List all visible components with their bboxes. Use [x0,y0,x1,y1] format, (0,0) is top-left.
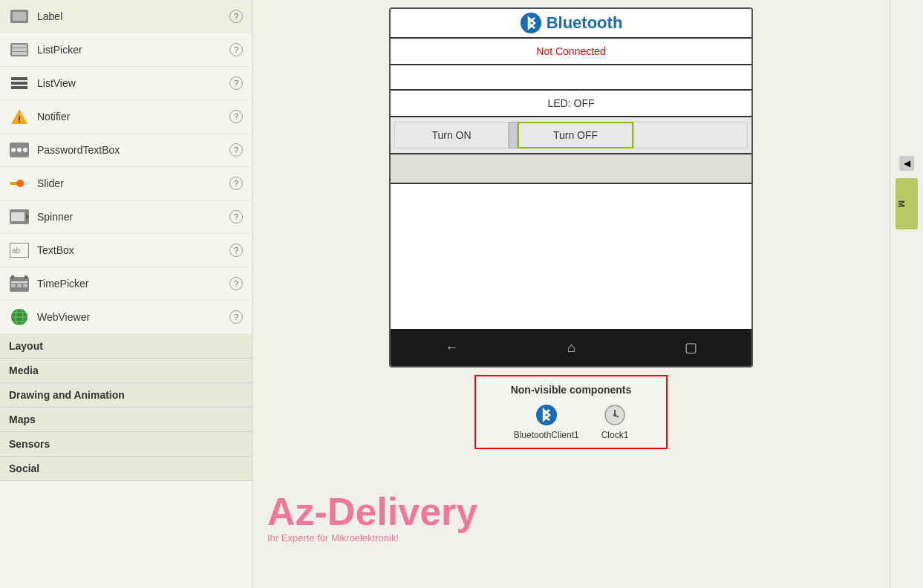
sidebar-help-webviewer[interactable]: ? [229,310,243,324]
sidebar-item-spinner[interactable]: Spinner ? [0,200,252,234]
svg-point-32 [521,13,541,33]
not-connected-label: Not Connected [391,39,751,65]
bluetooth-header: Bluetooth [391,9,751,39]
svg-rect-5 [12,52,27,55]
right-panel-m-button[interactable]: M [896,178,918,229]
svg-rect-3 [12,45,27,48]
svg-point-11 [23,148,27,152]
section-media[interactable]: Media [0,359,252,383]
bluetooth-logo: Bluetooth [520,12,623,34]
section-drawing[interactable]: Drawing and Animation [0,383,252,408]
clock-component-icon [603,403,627,427]
section-sensors[interactable]: Sensors [0,432,252,457]
svg-point-14 [16,180,24,187]
sidebar-label-slider: Slider [37,177,229,189]
svg-point-10 [17,148,22,152]
sidebar-item-timepicker[interactable]: TimePicker ? [0,267,252,301]
white-content-area [391,184,751,329]
sidebar-help-timepicker[interactable]: ? [229,277,243,290]
right-panel-collapse-arrow[interactable]: ◀ [899,156,914,171]
svg-rect-24 [11,284,16,287]
section-maps[interactable]: Maps [0,408,252,432]
notifier-icon: ! [9,106,30,127]
sidebar-label-webviewer: WebViewer [37,311,229,323]
section-social[interactable]: Social [0,457,252,481]
sidebar-help-listpicker[interactable]: ? [229,43,243,56]
sidebar-help-listview[interactable]: ? [229,76,243,90]
sidebar-help-passwordtextbox[interactable]: ? [229,143,243,157]
watermark-main: Az-Delivery [267,492,477,531]
spinner-icon [9,206,30,227]
phone-nav-bar: ← ⌂ ▢ [391,329,751,366]
button-right-empty [633,122,748,148]
textbox-icon: ab [9,240,30,261]
listpicker-icon [9,39,30,60]
button-separator [509,122,518,148]
watermark-sub: Ihr Experte für Mikroelektronik! [267,532,477,543]
main-content: Bluetooth Not Connected LED: OFF Turn ON… [252,0,890,588]
sidebar-item-listview[interactable]: ListView ? [0,67,252,100]
webviewer-icon [9,307,30,327]
sidebar-item-listpicker[interactable]: ListPicker ? [0,33,252,67]
svg-rect-25 [17,284,22,287]
bluetooth-title: Bluetooth [547,13,623,33]
sidebar-label-listpicker: ListPicker [37,44,229,56]
nav-recent-icon[interactable]: ▢ [685,339,697,356]
sidebar-label-spinner: Spinner [37,211,229,223]
sidebar: Label ? ListPicker ? ListView ? [0,0,252,588]
sidebar-help-textbox[interactable]: ? [229,244,243,257]
section-layout[interactable]: Layout [0,334,252,359]
non-visible-clock[interactable]: Clock1 [601,403,629,440]
svg-point-9 [11,148,16,152]
svg-text:!: ! [18,114,21,125]
sidebar-item-notifier[interactable]: ! Notifier ? [0,100,252,134]
right-panel: ◀ M [890,0,923,588]
turn-on-button[interactable]: Turn ON [394,122,509,148]
sidebar-item-webviewer[interactable]: WebViewer ? [0,301,252,334]
bluetooth-component-label: BluetoothClient1 [514,430,579,440]
svg-rect-26 [23,284,27,287]
sidebar-item-textbox[interactable]: ab TextBox ? [0,234,252,267]
sidebar-help-spinner[interactable]: ? [229,210,243,223]
slider-icon [9,173,30,194]
svg-text:ab: ab [12,246,21,255]
password-icon [9,140,30,160]
watermark: Az-Delivery Ihr Experte für Mikroelektro… [267,492,477,543]
non-visible-title: Non-visible components [491,384,651,396]
nav-home-icon[interactable]: ⌂ [567,340,575,356]
listview-icon [9,73,30,94]
sidebar-label-passwordtextbox: PasswordTextBox [37,144,229,156]
svg-point-37 [613,414,616,416]
clock-component-label: Clock1 [601,430,629,440]
non-visible-bluetooth[interactable]: BluetoothClient1 [514,403,579,440]
non-visible-section: Non-visible components BluetoothClient1 [474,375,668,449]
svg-point-33 [536,405,557,425]
sidebar-help-label[interactable]: ? [229,10,243,23]
sidebar-label-textbox: TextBox [37,244,229,256]
sidebar-item-label[interactable]: Label ? [0,0,252,33]
sidebar-label-notifier: Notifier [37,111,229,122]
phone-screen: Bluetooth Not Connected LED: OFF Turn ON… [391,9,751,366]
led-status-label: LED: OFF [391,91,751,117]
bluetooth-component-icon [535,403,558,427]
sidebar-item-slider[interactable]: Slider ? [0,167,252,200]
svg-rect-16 [11,212,25,221]
turn-off-button[interactable]: Turn OFF [518,122,633,148]
large-empty-row [391,154,751,184]
sidebar-label-label: Label [37,10,229,22]
label-icon [9,6,30,27]
svg-rect-23 [11,281,27,283]
nav-back-icon[interactable]: ← [445,340,458,356]
sidebar-label-timepicker: TimePicker [37,278,229,290]
timepicker-icon [9,273,30,294]
non-visible-items: BluetoothClient1 Clock1 [491,403,651,440]
bluetooth-icon-graphic [520,12,542,34]
svg-rect-1 [13,12,26,21]
sidebar-help-slider[interactable]: ? [229,177,243,190]
svg-rect-21 [11,275,14,279]
buttons-row: Turn ON Turn OFF [391,117,751,154]
empty-row-1 [391,65,751,91]
sidebar-label-listview: ListView [37,77,229,89]
sidebar-item-passwordtextbox[interactable]: PasswordTextBox ? [0,134,252,167]
sidebar-help-notifier[interactable]: ? [229,110,243,123]
